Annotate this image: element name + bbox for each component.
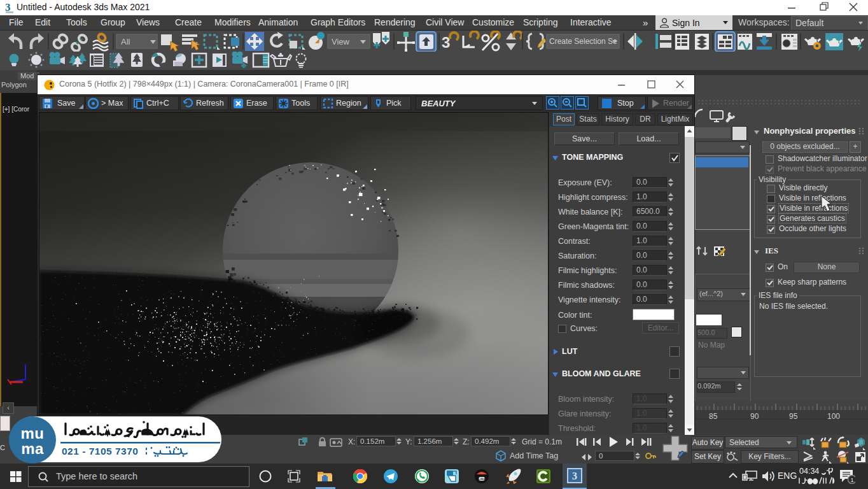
svg-text:90: 90	[750, 412, 759, 421]
svg-text:85: 85	[709, 412, 718, 421]
svg-text:View: View	[332, 37, 350, 46]
svg-text:95: 95	[789, 412, 798, 421]
svg-text:Create Selection Se: Create Selection Se	[549, 37, 617, 46]
svg-text:All: All	[121, 37, 130, 46]
svg-text:Like: Like	[478, 477, 485, 481]
svg-text:100: 100	[827, 412, 840, 421]
svg-text:ma: ma	[21, 440, 44, 457]
svg-text:3: 3	[572, 471, 577, 481]
svg-text:mu: mu	[21, 425, 45, 442]
svg-text:1: 1	[850, 477, 853, 483]
